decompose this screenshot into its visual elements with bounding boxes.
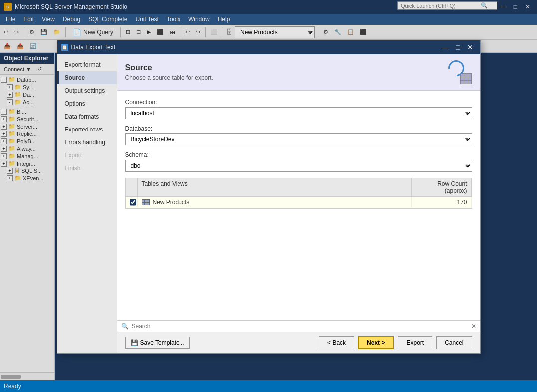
table-row: New Products 170 [126,197,472,208]
nav-exported-rows[interactable]: Exported rows [57,123,117,136]
table-rowcount-cell: 170 [412,197,472,208]
connection-row: Connection: localhost [125,99,472,119]
dialog-content: Source Choose a source table for export. [117,54,480,353]
schema-label: Schema: [125,151,472,158]
dialog-titlebar: 📋 Data Export Text — □ ✕ [57,40,480,54]
tables-grid: Tables and Views Row Count (approx) [125,178,472,209]
table-checkbox-cell[interactable] [126,197,138,208]
table-name: New Products [153,199,190,206]
schema-select[interactable]: dbo [125,160,472,172]
cancel-button[interactable]: Cancel [436,336,472,349]
table-grid-icon [460,73,472,84]
table-name-cell[interactable]: New Products [138,197,412,208]
source-title: Source [125,63,213,72]
nav-source[interactable]: Source [57,71,117,84]
dialog-close-button[interactable]: ✕ [464,42,476,52]
table-name-col-header: Tables and Views [138,178,412,196]
rowcount-col-header: Row Count (approx) [412,178,472,196]
nav-finish: Finish [57,162,117,175]
dialog: 📋 Data Export Text — □ ✕ Export format S… [57,40,481,354]
next-button[interactable]: Next > [358,336,394,349]
dialog-body: Export format Source Output settings Opt… [57,54,480,353]
nav-data-formats[interactable]: Data formats [57,110,117,123]
content-header: Source Choose a source table for export. [117,54,480,91]
table-checkbox[interactable] [130,199,136,206]
modal-overlay: 📋 Data Export Text — □ ✕ Export format S… [0,0,537,392]
dialog-minimize-button[interactable]: — [439,42,452,52]
dialog-footer: 💾 Save Template... < Back Next > Export … [117,332,480,353]
connection-select[interactable]: localhost [125,107,472,119]
source-description: Choose a source table for export. [125,74,213,81]
nav-errors-handling[interactable]: Errors handling [57,136,117,149]
search-input[interactable] [132,323,471,330]
search-icon: 🔍 [121,323,129,330]
back-button[interactable]: < Back [319,336,354,349]
database-label: Database: [125,125,472,132]
nav-output-settings[interactable]: Output settings [57,84,117,97]
database-row: Database: BicycleStoreDev [125,125,472,145]
database-select[interactable]: BicycleStoreDev [125,133,472,145]
dialog-icon: 📋 [61,44,68,51]
table-icon [142,199,150,205]
export-button[interactable]: Export [398,336,432,349]
form-area: Connection: localhost Database: Bicycl [117,91,480,320]
nav-export: Export [57,149,117,162]
search-clear-button[interactable]: ✕ [471,323,476,330]
nav-export-format[interactable]: Export format [57,58,117,71]
save-template-button[interactable]: 💾 Save Template... [125,337,190,349]
checkbox-col-header [126,178,138,196]
dialog-nav: Export format Source Output settings Opt… [57,54,117,353]
tables-grid-header: Tables and Views Row Count (approx) [126,178,472,197]
search-bar: 🔍 ✕ [117,320,480,332]
connection-label: Connection: [125,99,472,106]
header-icon-area [448,60,472,84]
save-icon: 💾 [131,339,138,346]
schema-row: Schema: dbo [125,151,472,172]
dialog-maximize-button[interactable]: □ [453,42,463,52]
nav-options[interactable]: Options [57,97,117,110]
dialog-title: Data Export Text [71,44,116,51]
